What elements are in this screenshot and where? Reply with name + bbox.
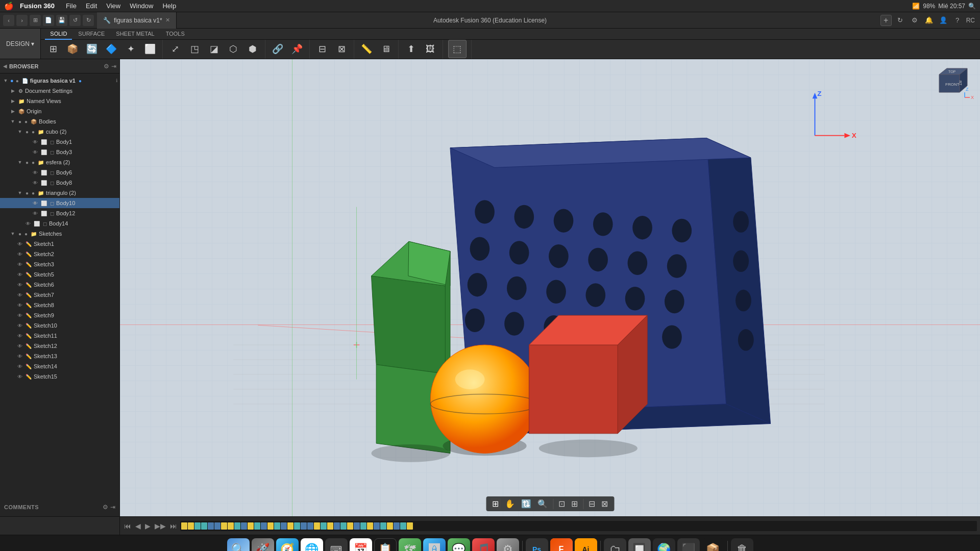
timeline-item-11[interactable]	[248, 522, 254, 530]
viewport-orbit-button[interactable]: 🔃	[519, 498, 533, 510]
dock-item-finder[interactable]: 🔍	[227, 538, 250, 552]
timeline-item-23[interactable]	[327, 522, 333, 530]
display-button[interactable]: 🖥	[377, 40, 395, 58]
timeline-item-17[interactable]	[287, 522, 293, 530]
tree-item-esfera[interactable]: ▼ ● ● 📁 esfera (2)	[0, 157, 119, 167]
tree-item-origin[interactable]: ▶ 📦 Origin	[0, 106, 119, 116]
dock-item-messages[interactable]: 💬	[448, 538, 470, 552]
offset-plane-button[interactable]: ⊟	[313, 40, 331, 58]
tree-item-sketch2[interactable]: 👁 ✏️ Sketch2	[0, 249, 119, 259]
extrude-button[interactable]: 📦	[63, 40, 82, 58]
tree-item-body14[interactable]: ▶ 👁 ⬜ ◻ Body14	[0, 218, 119, 229]
refresh-button[interactable]: ↻	[895, 15, 906, 26]
dock-item-calendar[interactable]: 📅	[350, 538, 372, 552]
dock-item-music[interactable]: 🎵	[472, 538, 495, 552]
dock-item-appstore[interactable]: 🅰	[423, 538, 446, 552]
modify-label[interactable]: MODIFY ▾	[203, 58, 225, 59]
tree-item-body12[interactable]: ▶ 👁 ⬜ ◻ Body12	[0, 208, 119, 218]
tree-expand-triangulo[interactable]: ▼	[16, 190, 23, 195]
tree-item-sketch14[interactable]: 👁 ✏️ Sketch14	[0, 361, 119, 371]
sidebar-collapse-icon[interactable]: ◀	[3, 63, 7, 69]
tree-item-sketch11[interactable]: 👁 ✏️ Sketch11	[0, 331, 119, 341]
timeline-item-14[interactable]	[267, 522, 274, 530]
tree-item-sketch15[interactable]: 👁 ✏️ Sketch15	[0, 371, 119, 382]
insert-label[interactable]: INSERT ▾	[410, 58, 431, 59]
undo-button[interactable]: ↺	[69, 15, 81, 26]
timeline-item-28[interactable]	[360, 522, 366, 530]
settings-button[interactable]: ⚙	[909, 15, 920, 26]
tree-item-sketch1[interactable]: 👁 ✏️ Sketch1	[0, 239, 119, 249]
new-component-button[interactable]: ⊞	[44, 40, 62, 58]
timeline-item-35[interactable]	[407, 522, 413, 530]
tree-expand-doc-settings[interactable]: ▶	[9, 88, 16, 93]
tab-surface[interactable]: SURFACE	[73, 29, 110, 40]
midplane-button[interactable]: ⊠	[332, 40, 351, 58]
timeline-item-31[interactable]	[380, 522, 386, 530]
timeline-item-34[interactable]	[400, 522, 406, 530]
tree-expand-root[interactable]: ▼	[2, 78, 9, 83]
dock-item-code[interactable]: ⌨	[325, 538, 348, 552]
timeline-item-22[interactable]	[321, 522, 327, 530]
dock-item-launchpad[interactable]: 🚀	[252, 538, 274, 552]
timeline-item-19[interactable]	[301, 522, 307, 530]
insert-mesh-button[interactable]: ⬆	[402, 40, 420, 58]
draft-button[interactable]: ⬢	[243, 40, 262, 58]
tree-item-body6[interactable]: ▶ 👁 ⬜ ◻ Body6	[0, 167, 119, 178]
press-pull-button[interactable]: ⤢	[166, 40, 184, 58]
timeline-item-24[interactable]	[334, 522, 340, 530]
timeline-item-27[interactable]	[354, 522, 360, 530]
timeline-item-21[interactable]	[314, 522, 320, 530]
timeline-item-18[interactable]	[294, 522, 300, 530]
sidebar-expand-button[interactable]: ⇥	[111, 63, 116, 70]
dock-item-trash[interactable]: 🗑	[731, 538, 753, 552]
prev-tab-button[interactable]: ‹	[3, 15, 14, 26]
comments-expand-button[interactable]: ⇥	[110, 504, 115, 511]
shell-button[interactable]: ⬜	[141, 40, 159, 58]
shell2-button[interactable]: ⬡	[224, 40, 242, 58]
timeline-item-10[interactable]	[241, 522, 247, 530]
tree-item-cubo[interactable]: ▼ ● ● 📁 cubo (2)	[0, 127, 119, 137]
tree-expand-origin[interactable]: ▶	[9, 109, 16, 114]
dock-item-terminal[interactable]: ⬛	[677, 538, 700, 552]
timeline-item-32[interactable]	[387, 522, 393, 530]
timeline-item-16[interactable]	[281, 522, 287, 530]
tree-item-sketch6[interactable]: 👁 ✏️ Sketch6	[0, 280, 119, 290]
timeline-item-12[interactable]	[254, 522, 260, 530]
sidebar-settings-button[interactable]: ⚙	[104, 63, 109, 70]
timeline-item-26[interactable]	[347, 522, 353, 530]
tree-expand-cubo[interactable]: ▼	[16, 129, 23, 134]
help-button[interactable]: ?	[952, 15, 963, 26]
tree-item-body8[interactable]: ▶ 👁 ⬜ ◻ Body8	[0, 178, 119, 188]
insert-image-button[interactable]: 🖼	[421, 40, 439, 58]
tree-expand-bodies[interactable]: ▼	[9, 119, 16, 124]
next-tab-button[interactable]: ›	[16, 15, 28, 26]
timeline-item-4[interactable]	[201, 522, 207, 530]
tree-expand-named-views[interactable]: ▶	[9, 98, 16, 104]
tree-expand-sketches[interactable]: ▼	[9, 231, 16, 236]
assemble-label[interactable]: ASSEMBLE ▾	[273, 58, 302, 59]
timeline-play-button[interactable]: ▶	[144, 521, 152, 531]
tab-sheet-metal[interactable]: SHEET METAL	[111, 29, 159, 40]
home-button[interactable]: ⊞	[30, 15, 41, 26]
tree-item-sketch5[interactable]: 👁 ✏️ Sketch5	[0, 269, 119, 280]
add-tab-button[interactable]: +	[880, 15, 892, 26]
dock-item-illustrator[interactable]: Ai	[575, 538, 597, 552]
viewport-home-button[interactable]: ⊞	[490, 498, 501, 510]
menu-window[interactable]: Window	[126, 2, 157, 10]
viewport-pan-button[interactable]: ✋	[503, 498, 517, 510]
timeline-item-9[interactable]	[234, 522, 240, 530]
dock-item-fusion[interactable]: F	[550, 538, 573, 552]
comments-settings-button[interactable]: ⚙	[103, 504, 108, 511]
file-tab[interactable]: 🔧 figuras basica v1* ✕	[97, 12, 177, 29]
timeline-item-33[interactable]	[394, 522, 400, 530]
tree-expand-esfera[interactable]: ▼	[16, 160, 23, 165]
dock-item-other[interactable]: 📦	[702, 538, 724, 552]
dock-item-finder2[interactable]: 🔲	[628, 538, 651, 552]
tab-solid[interactable]: SOLID	[45, 29, 72, 40]
timeline-item-25[interactable]	[340, 522, 347, 530]
timeline-item-5[interactable]	[208, 522, 214, 530]
tree-item-doc-settings[interactable]: ▶ ⚙ Document Settings	[0, 86, 119, 96]
select-label[interactable]: SELECT ▾	[446, 58, 468, 59]
joint-button[interactable]: 🔗	[268, 40, 287, 58]
timeline-item-7[interactable]	[221, 522, 227, 530]
